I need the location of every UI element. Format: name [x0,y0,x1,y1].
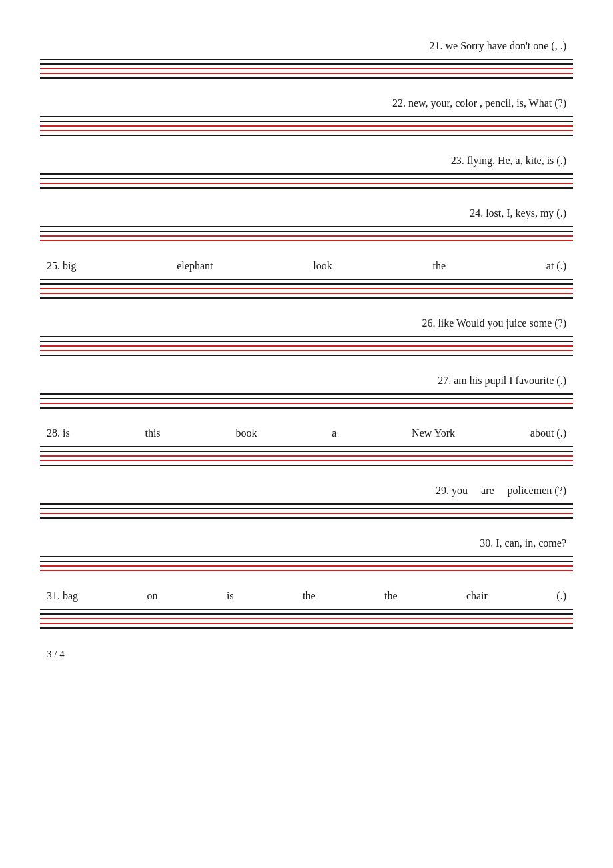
word-3: book [235,427,257,439]
line-3 [40,125,573,127]
exercise-22-lines [40,116,573,136]
line-2 [40,63,573,65]
exercise-27-prompt: 27. am his pupil I favourite (.) [40,375,573,387]
line-2 [40,561,573,562]
line-2 [40,398,573,399]
exercise-23-lines [40,173,573,189]
line-4 [40,570,573,571]
word-6: chair [466,590,488,602]
line-3 [40,345,573,347]
exercise-21: 21. we Sorry have don't one (, .) [40,40,573,79]
word-2: elephant [177,260,213,272]
exercise-27-lines [40,393,573,409]
exercise-31-lines [40,609,573,629]
line-1 [40,226,573,227]
line-2 [40,121,573,122]
line-1 [40,556,573,557]
exercise-21-lines [40,59,573,79]
line-5 [40,77,573,79]
exercise-26-prompt: 26. like Would you juice some (?) [40,317,573,329]
exercise-23-prompt: 23. flying, He, a, kite, is (.) [40,155,573,167]
word-5: at (.) [546,260,566,272]
exercise-25: 25. big elephant look the at (.) [40,260,573,299]
exercise-28: 28. is this book a New York about (.) [40,427,573,466]
word-6: about (.) [530,427,566,439]
line-1 [40,609,573,610]
line-3 [40,565,573,567]
line-2 [40,341,573,342]
exercise-30-lines [40,556,573,571]
line-2 [40,178,573,179]
line-3 [40,618,573,619]
line-5 [40,627,573,629]
page-container: 21. we Sorry have don't one (, .) 22. ne… [0,0,613,868]
exercise-30: 30. I, can, in, come? [40,537,573,571]
line-5 [40,465,573,466]
line-1 [40,173,573,175]
exercise-25-prompt: 25. big elephant look the at (.) [40,260,573,272]
line-5 [40,297,573,299]
word-4: the [303,590,316,602]
exercise-26-lines [40,336,573,356]
word-5: the [384,590,398,602]
line-2 [40,231,573,232]
exercise-31: 31. bag on is the the chair (.) [40,590,573,629]
line-1 [40,446,573,447]
page-number: 3 / 4 [47,649,65,659]
line-3 [40,235,573,237]
line-5 [40,355,573,356]
line-4 [40,293,573,294]
word-1: 31. bag [47,590,78,602]
exercise-26: 26. like Would you juice some (?) [40,317,573,356]
exercise-28-prompt: 28. is this book a New York about (.) [40,427,573,439]
word-7: (.) [556,590,566,602]
word-4: a [332,427,336,439]
line-2 [40,283,573,285]
word-2: this [145,427,160,439]
exercise-23: 23. flying, He, a, kite, is (.) [40,155,573,189]
line-1 [40,503,573,505]
line-1 [40,393,573,395]
exercise-24-lines [40,226,573,241]
word-3: is [227,590,234,602]
line-4 [40,623,573,624]
exercise-28-lines [40,446,573,466]
exercise-29-lines [40,503,573,519]
line-4 [40,130,573,131]
word-3: look [313,260,332,272]
exercise-24: 24. lost, I, keys, my (.) [40,207,573,241]
exercise-22-prompt: 22. new, your, color , pencil, is, What … [40,97,573,109]
page-footer: 3 / 4 [40,649,573,660]
line-5 [40,135,573,136]
exercise-22: 22. new, your, color , pencil, is, What … [40,97,573,136]
word-1: 28. is [47,427,70,439]
line-4 [40,240,573,241]
exercise-21-prompt: 21. we Sorry have don't one (, .) [40,40,573,52]
word-2: on [147,590,158,602]
line-3 [40,455,573,457]
line-4 [40,187,573,189]
line-4 [40,517,573,519]
exercise-24-prompt: 24. lost, I, keys, my (.) [40,207,573,219]
exercise-29-prompt: 29. you are policemen (?) [40,485,573,497]
word-5: New York [412,427,455,439]
line-4 [40,73,573,74]
exercise-31-prompt: 31. bag on is the the chair (.) [40,590,573,602]
line-3 [40,288,573,289]
line-1 [40,59,573,60]
word-4: the [432,260,446,272]
line-2 [40,508,573,509]
line-4 [40,350,573,351]
exercise-29: 29. you are policemen (?) [40,485,573,519]
line-3 [40,183,573,184]
line-3 [40,403,573,404]
line-1 [40,116,573,117]
line-2 [40,613,573,615]
line-1 [40,336,573,337]
line-4 [40,460,573,461]
exercise-30-prompt: 30. I, can, in, come? [40,537,573,549]
line-2 [40,451,573,452]
exercise-27: 27. am his pupil I favourite (.) [40,375,573,409]
exercise-25-lines [40,279,573,299]
line-4 [40,407,573,409]
